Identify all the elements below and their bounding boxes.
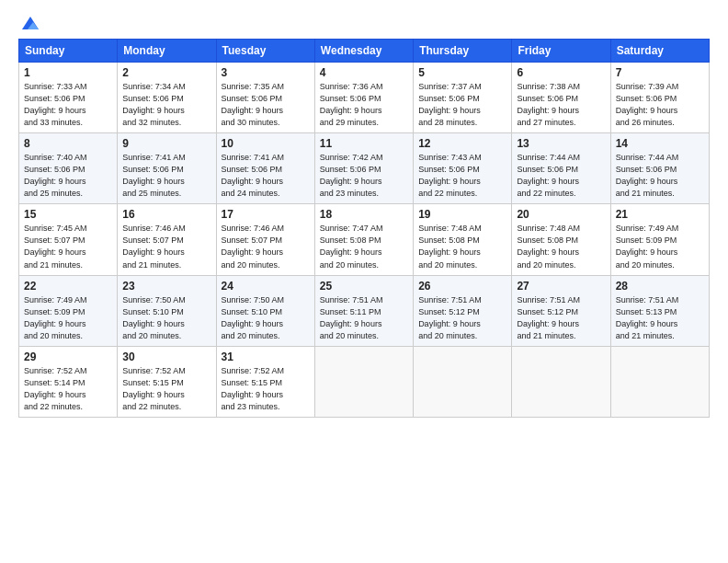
day-number: 11 xyxy=(320,137,408,150)
day-number: 1 xyxy=(24,66,112,79)
day-number: 14 xyxy=(616,137,704,150)
day-number: 25 xyxy=(320,280,408,293)
logo xyxy=(18,15,40,29)
cell-info: Sunrise: 7:51 AMSunset: 5:11 PMDaylight:… xyxy=(320,294,408,342)
calendar-cell: 4Sunrise: 7:36 AMSunset: 5:06 PMDaylight… xyxy=(314,63,413,133)
day-number: 9 xyxy=(122,137,210,150)
cell-info: Sunrise: 7:49 AMSunset: 5:09 PMDaylight:… xyxy=(24,294,112,342)
calendar-cell: 28Sunrise: 7:51 AMSunset: 5:13 PMDayligh… xyxy=(610,275,709,346)
header-cell-sunday: Sunday xyxy=(19,40,118,63)
cell-info: Sunrise: 7:51 AMSunset: 5:13 PMDaylight:… xyxy=(616,294,704,342)
calendar-cell: 18Sunrise: 7:47 AMSunset: 5:08 PMDayligh… xyxy=(314,204,413,275)
cell-info: Sunrise: 7:48 AMSunset: 5:08 PMDaylight:… xyxy=(517,223,605,270)
day-number: 18 xyxy=(320,208,408,221)
cell-info: Sunrise: 7:43 AMSunset: 5:06 PMDaylight:… xyxy=(418,152,506,200)
calendar-cell xyxy=(512,346,610,417)
calendar-header: SundayMondayTuesdayWednesdayThursdayFrid… xyxy=(19,40,710,63)
day-number: 3 xyxy=(222,66,310,79)
calendar-cell: 14Sunrise: 7:44 AMSunset: 5:06 PMDayligh… xyxy=(610,133,709,204)
calendar-cell: 9Sunrise: 7:41 AMSunset: 5:06 PMDaylight… xyxy=(118,133,216,204)
cell-info: Sunrise: 7:36 AMSunset: 5:06 PMDaylight:… xyxy=(320,81,408,129)
cell-info: Sunrise: 7:35 AMSunset: 5:06 PMDaylight:… xyxy=(222,81,310,129)
header-cell-friday: Friday xyxy=(512,40,610,63)
calendar-cell: 15Sunrise: 7:45 AMSunset: 5:07 PMDayligh… xyxy=(19,204,118,275)
cell-info: Sunrise: 7:52 AMSunset: 5:15 PMDaylight:… xyxy=(122,365,210,413)
calendar-cell: 25Sunrise: 7:51 AMSunset: 5:11 PMDayligh… xyxy=(314,275,413,346)
calendar-cell: 12Sunrise: 7:43 AMSunset: 5:06 PMDayligh… xyxy=(414,133,512,204)
cell-info: Sunrise: 7:48 AMSunset: 5:08 PMDaylight:… xyxy=(418,223,506,270)
cell-info: Sunrise: 7:50 AMSunset: 5:10 PMDaylight:… xyxy=(222,294,310,342)
day-number: 4 xyxy=(320,66,408,79)
cell-info: Sunrise: 7:41 AMSunset: 5:06 PMDaylight:… xyxy=(222,152,310,200)
day-number: 26 xyxy=(418,280,506,293)
calendar-cell: 24Sunrise: 7:50 AMSunset: 5:10 PMDayligh… xyxy=(216,275,314,346)
calendar-cell: 8Sunrise: 7:40 AMSunset: 5:06 PMDaylight… xyxy=(19,133,118,204)
cell-info: Sunrise: 7:51 AMSunset: 5:12 PMDaylight:… xyxy=(418,294,506,342)
cell-info: Sunrise: 7:41 AMSunset: 5:06 PMDaylight:… xyxy=(122,152,210,200)
cell-info: Sunrise: 7:34 AMSunset: 5:06 PMDaylight:… xyxy=(122,81,210,129)
day-number: 7 xyxy=(616,66,704,79)
day-number: 13 xyxy=(517,137,605,150)
cell-info: Sunrise: 7:46 AMSunset: 5:07 PMDaylight:… xyxy=(122,223,210,270)
cell-info: Sunrise: 7:37 AMSunset: 5:06 PMDaylight:… xyxy=(418,81,506,129)
calendar-cell: 3Sunrise: 7:35 AMSunset: 5:06 PMDaylight… xyxy=(216,63,314,133)
cell-info: Sunrise: 7:39 AMSunset: 5:06 PMDaylight:… xyxy=(616,81,704,129)
day-number: 5 xyxy=(418,66,506,79)
day-number: 19 xyxy=(418,208,506,221)
cell-info: Sunrise: 7:47 AMSunset: 5:08 PMDaylight:… xyxy=(320,223,408,270)
calendar-cell: 23Sunrise: 7:50 AMSunset: 5:10 PMDayligh… xyxy=(118,275,216,346)
cell-info: Sunrise: 7:44 AMSunset: 5:06 PMDaylight:… xyxy=(616,152,704,200)
calendar-cell xyxy=(314,346,413,417)
day-number: 8 xyxy=(24,137,112,150)
day-number: 6 xyxy=(517,66,605,79)
calendar-cell: 6Sunrise: 7:38 AMSunset: 5:06 PMDaylight… xyxy=(512,63,610,133)
calendar-cell: 30Sunrise: 7:52 AMSunset: 5:15 PMDayligh… xyxy=(118,346,216,417)
day-number: 31 xyxy=(222,350,310,363)
week-row-2: 8Sunrise: 7:40 AMSunset: 5:06 PMDaylight… xyxy=(19,133,710,204)
calendar-cell: 5Sunrise: 7:37 AMSunset: 5:06 PMDaylight… xyxy=(414,63,512,133)
header-row: SundayMondayTuesdayWednesdayThursdayFrid… xyxy=(19,40,710,63)
day-number: 2 xyxy=(122,66,210,79)
day-number: 24 xyxy=(222,280,310,293)
calendar-cell: 2Sunrise: 7:34 AMSunset: 5:06 PMDaylight… xyxy=(118,63,216,133)
calendar-cell: 10Sunrise: 7:41 AMSunset: 5:06 PMDayligh… xyxy=(216,133,314,204)
header-cell-monday: Monday xyxy=(118,40,216,63)
page: SundayMondayTuesdayWednesdayThursdayFrid… xyxy=(0,0,728,563)
day-number: 16 xyxy=(122,208,210,221)
cell-info: Sunrise: 7:50 AMSunset: 5:10 PMDaylight:… xyxy=(122,294,210,342)
calendar-cell: 17Sunrise: 7:46 AMSunset: 5:07 PMDayligh… xyxy=(216,204,314,275)
header-cell-wednesday: Wednesday xyxy=(314,40,413,63)
calendar-cell xyxy=(414,346,512,417)
calendar-body: 1Sunrise: 7:33 AMSunset: 5:06 PMDaylight… xyxy=(19,63,710,418)
day-number: 21 xyxy=(616,208,704,221)
day-number: 22 xyxy=(24,280,112,293)
day-number: 17 xyxy=(222,208,310,221)
calendar-cell: 19Sunrise: 7:48 AMSunset: 5:08 PMDayligh… xyxy=(414,204,512,275)
calendar-cell: 27Sunrise: 7:51 AMSunset: 5:12 PMDayligh… xyxy=(512,275,610,346)
week-row-1: 1Sunrise: 7:33 AMSunset: 5:06 PMDaylight… xyxy=(19,63,710,133)
logo-icon xyxy=(20,15,40,31)
calendar-cell: 1Sunrise: 7:33 AMSunset: 5:06 PMDaylight… xyxy=(19,63,118,133)
day-number: 29 xyxy=(24,350,112,363)
cell-info: Sunrise: 7:44 AMSunset: 5:06 PMDaylight:… xyxy=(517,152,605,200)
cell-info: Sunrise: 7:42 AMSunset: 5:06 PMDaylight:… xyxy=(320,152,408,200)
calendar-cell: 16Sunrise: 7:46 AMSunset: 5:07 PMDayligh… xyxy=(118,204,216,275)
day-number: 28 xyxy=(616,280,704,293)
cell-info: Sunrise: 7:52 AMSunset: 5:14 PMDaylight:… xyxy=(24,365,112,413)
cell-info: Sunrise: 7:33 AMSunset: 5:06 PMDaylight:… xyxy=(24,81,112,129)
header-cell-thursday: Thursday xyxy=(414,40,512,63)
cell-info: Sunrise: 7:40 AMSunset: 5:06 PMDaylight:… xyxy=(24,152,112,200)
calendar-cell: 29Sunrise: 7:52 AMSunset: 5:14 PMDayligh… xyxy=(19,346,118,417)
calendar-cell: 11Sunrise: 7:42 AMSunset: 5:06 PMDayligh… xyxy=(314,133,413,204)
header-cell-tuesday: Tuesday xyxy=(216,40,314,63)
header-cell-saturday: Saturday xyxy=(610,40,709,63)
cell-info: Sunrise: 7:38 AMSunset: 5:06 PMDaylight:… xyxy=(517,81,605,129)
day-number: 27 xyxy=(517,280,605,293)
week-row-3: 15Sunrise: 7:45 AMSunset: 5:07 PMDayligh… xyxy=(19,204,710,275)
cell-info: Sunrise: 7:45 AMSunset: 5:07 PMDaylight:… xyxy=(24,223,112,270)
cell-info: Sunrise: 7:52 AMSunset: 5:15 PMDaylight:… xyxy=(222,365,310,413)
day-number: 12 xyxy=(418,137,506,150)
calendar-cell: 26Sunrise: 7:51 AMSunset: 5:12 PMDayligh… xyxy=(414,275,512,346)
day-number: 10 xyxy=(222,137,310,150)
calendar-cell: 20Sunrise: 7:48 AMSunset: 5:08 PMDayligh… xyxy=(512,204,610,275)
